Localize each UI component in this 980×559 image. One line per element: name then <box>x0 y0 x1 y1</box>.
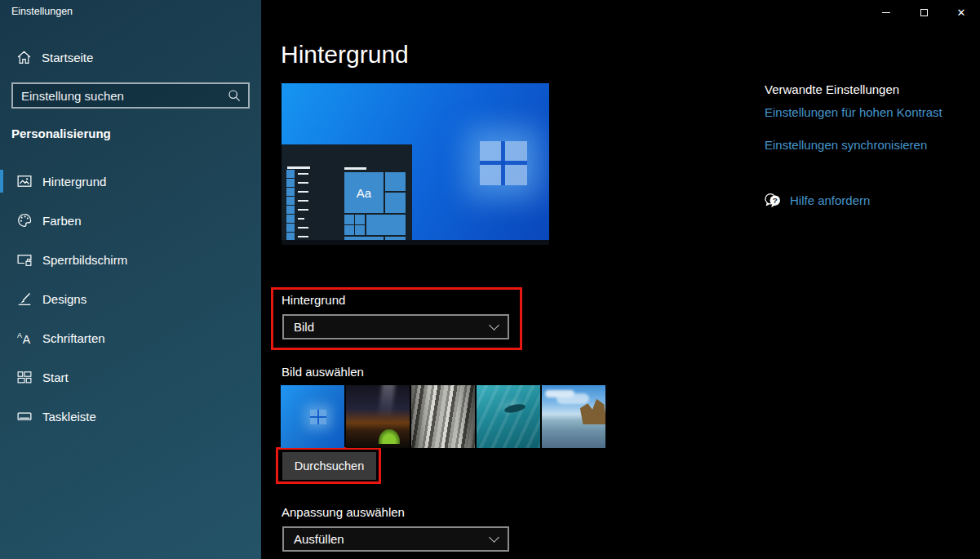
preview-taskbar <box>282 240 549 245</box>
wallpaper-thumbnail-3[interactable] <box>411 385 475 448</box>
background-type-value: Bild <box>294 320 314 334</box>
sidebar-item-label: Schriftarten <box>42 331 105 345</box>
taskbar-icon <box>17 409 32 424</box>
maximize-button[interactable] <box>905 0 942 24</box>
wallpaper-thumbnail-5[interactable] <box>542 385 605 448</box>
start-tiles-icon <box>17 370 32 384</box>
picture-icon <box>17 174 32 189</box>
svg-text:A: A <box>23 333 31 345</box>
chevron-down-icon <box>489 320 499 331</box>
sync-settings-link[interactable]: Einstellungen synchronisieren <box>765 138 927 152</box>
sidebar-section-header: Personalisierung <box>11 126 111 140</box>
browse-button[interactable]: Durchsuchen <box>282 452 376 480</box>
background-dropdown-label: Hintergrund <box>282 293 345 307</box>
fit-dropdown[interactable]: Ausfüllen <box>282 526 509 552</box>
sidebar-item-label: Hintergrund <box>42 175 106 189</box>
sidebar: Einstellungen Startseite Personalisierun… <box>0 0 261 559</box>
sidebar-item-label: Designs <box>42 292 86 306</box>
window-title: Einstellungen <box>11 6 73 17</box>
help-chat-icon: ? <box>764 192 781 209</box>
page-title: Hintergrund <box>281 41 409 69</box>
sidebar-item-hintergrund[interactable]: Hintergrund <box>0 165 261 197</box>
high-contrast-link[interactable]: Einstellungen für hohen Kontrast <box>765 105 942 119</box>
sidebar-item-sperrbildschirm[interactable]: Sperrbildschirm <box>0 243 261 276</box>
sidebar-home-label: Startseite <box>42 51 93 64</box>
sidebar-item-label: Farben <box>42 214 82 228</box>
maximize-icon <box>920 9 928 16</box>
preview-start-menu: Aa <box>282 144 412 245</box>
preview-tile-aa: Aa <box>344 172 384 213</box>
minimize-button[interactable] <box>867 0 905 24</box>
themes-icon <box>17 291 32 306</box>
lock-screen-icon <box>17 252 32 267</box>
sidebar-item-farben[interactable]: Farben <box>0 204 261 237</box>
windows-logo-icon <box>480 141 527 185</box>
desktop-preview: Aa <box>282 83 549 245</box>
settings-search-box <box>11 82 250 109</box>
choose-image-label: Bild auswählen <box>282 365 364 379</box>
search-icon[interactable] <box>228 89 241 102</box>
fonts-icon: A A <box>17 331 32 345</box>
search-input[interactable] <box>13 84 228 107</box>
close-icon: ✕ <box>957 7 966 18</box>
related-settings-header: Verwandte Einstellungen <box>765 82 899 96</box>
wallpaper-thumbnail-4[interactable] <box>477 385 540 448</box>
sidebar-item-schriftarten[interactable]: A A Schriftarten <box>0 322 261 354</box>
fit-value: Ausfüllen <box>294 532 344 546</box>
minimize-icon <box>882 12 890 13</box>
get-help-link[interactable]: ? Hilfe anfordern <box>764 192 870 209</box>
chevron-down-icon <box>489 532 499 543</box>
svg-text:?: ? <box>773 196 778 205</box>
sidebar-item-label: Sperrbildschirm <box>42 253 127 267</box>
sidebar-item-label: Taskleiste <box>42 410 96 424</box>
palette-icon <box>17 213 32 228</box>
wallpaper-thumbnails <box>281 385 605 448</box>
background-type-dropdown[interactable]: Bild <box>282 314 509 339</box>
fit-dropdown-label: Anpassung auswählen <box>282 505 405 519</box>
sidebar-item-label: Start <box>42 370 69 384</box>
settings-window: Einstellungen Startseite Personalisierun… <box>0 0 980 559</box>
home-icon <box>17 51 31 64</box>
wallpaper-thumbnail-2[interactable] <box>346 385 410 448</box>
get-help-label: Hilfe anfordern <box>790 193 870 207</box>
sidebar-item-designs[interactable]: Designs <box>0 282 261 315</box>
window-controls: ✕ <box>867 0 980 24</box>
sidebar-item-taskleiste[interactable]: Taskleiste <box>0 400 261 433</box>
sidebar-item-home[interactable]: Startseite <box>0 46 261 69</box>
wallpaper-thumbnail-1[interactable] <box>281 385 344 448</box>
svg-text:A: A <box>17 331 22 339</box>
sidebar-item-start[interactable]: Start <box>0 361 261 393</box>
close-button[interactable]: ✕ <box>942 0 980 24</box>
